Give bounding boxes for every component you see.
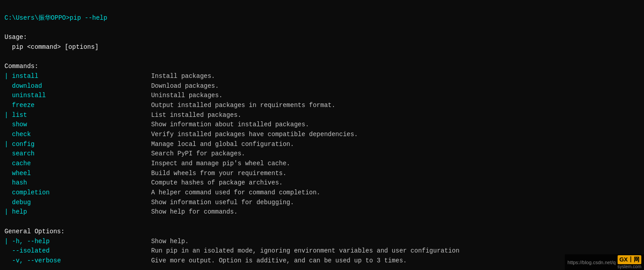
prompt-path: C:\Users\振华OPPO>pip --help — [4, 14, 107, 21]
cmd-config: | config Manage local and global configu… — [4, 141, 294, 148]
watermark-container: https://blog.csdn.net/q GX丨网 system.com — [567, 255, 641, 269]
opt-help: | -h, --help Show help. — [4, 238, 189, 245]
general-options-label: General Options: — [4, 228, 64, 235]
cmd-debug: debug Show information useful for debugg… — [4, 199, 294, 206]
cmd-freeze: freeze Output installed packages in requ… — [4, 102, 335, 109]
cmd-list: | list List installed packages. — [4, 111, 241, 119]
cmd-search: search Search PyPI for packages. — [4, 150, 245, 157]
commands-label: Commands: — [4, 63, 38, 70]
cmd-show: show Show information about installed pa… — [4, 121, 309, 128]
watermark: https://blog.csdn.net/q GX丨网 system.com — [565, 254, 644, 270]
cmd-wheel: wheel Build wheels from your requirement… — [4, 170, 286, 177]
watermark-url-text: https://blog.csdn.net/q — [567, 260, 616, 265]
cmd-cache: cache Inspect and manage pip's wheel cac… — [4, 160, 290, 167]
cmd-check: check Verify installed packages have com… — [4, 131, 358, 138]
opt-verbose: -v, --verbose Give more output. Option i… — [4, 257, 407, 264]
cmd-completion: completion A helper command used for com… — [4, 189, 320, 196]
opt-isolated: --isolated Run pip in an isolated mode, … — [4, 247, 460, 254]
watermark-https: https://blog.csdn.net/q — [567, 260, 616, 265]
watermark-system: system.com — [618, 264, 641, 269]
usage-label: Usage: — [4, 34, 27, 41]
cmd-hash: hash Compute hashes of package archives. — [4, 179, 283, 186]
usage-cmd: pip <command> [options] — [4, 43, 98, 51]
terminal-window: C:\Users\振华OPPO>pip --help Usage: pip <c… — [0, 0, 644, 270]
cmd-uninstall: uninstall Uninstall packages. — [4, 92, 222, 99]
gx-logo: GX丨网 — [618, 255, 641, 264]
cmd-download: download Download packages. — [4, 82, 219, 90]
cmd-install: | install Install packages. — [4, 73, 215, 80]
cmd-help: | help Show help for commands. — [4, 208, 238, 215]
